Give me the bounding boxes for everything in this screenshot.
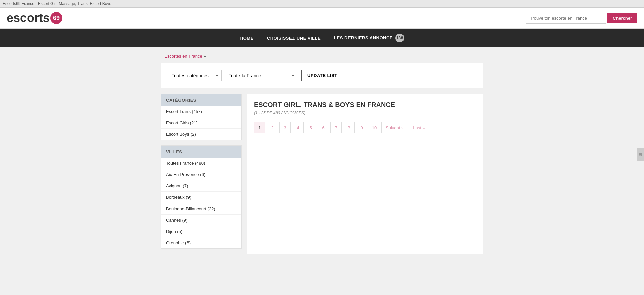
sidebar-ville-4[interactable]: Boulogne-Billancourt (22) [161, 203, 241, 215]
breadcrumb-separator: » [203, 54, 206, 59]
sidebar-cat-1[interactable]: Escort Girls (21) [161, 117, 241, 129]
page-btn-4[interactable]: 4 [292, 122, 304, 133]
sidebar-cat-0[interactable]: Escort Trans (457) [161, 106, 241, 117]
sidebar-ville-6[interactable]: Dijon (5) [161, 226, 241, 237]
page-subtitle: (1 - 25 DE 480 ANNONCES) [254, 111, 476, 115]
page-btn-8[interactable]: 8 [343, 122, 355, 133]
breadcrumb: Escortes en France » [161, 54, 483, 59]
pagination: 1 2 3 4 5 6 7 8 9 10 Suivant › Last » [254, 122, 476, 133]
categories-select[interactable]: Toutes catégoriesEscort TransEscort Girl… [168, 70, 222, 81]
page-title: ESCORT GIRL, TRANS & BOYS EN FRANCE [254, 101, 476, 109]
nav-annonces-label: LES DERNIERS ANNONCE [334, 35, 393, 40]
main-content: Escortes en France » Toutes catégoriesEs… [161, 47, 483, 261]
search-container: Chercher [526, 13, 637, 24]
svg-text:↓: ↓ [640, 153, 641, 156]
tab-title: Escorts69 France - Escort Girl, Massage,… [3, 1, 111, 6]
sidebar-ville-7[interactable]: Grenoble (6) [161, 237, 241, 248]
logo-text: escorts [7, 11, 50, 25]
nav-city[interactable]: CHOISISSEZ UNE VILLE [260, 31, 327, 45]
page-btn-7[interactable]: 7 [330, 122, 342, 133]
page-last-btn[interactable]: Last » [409, 122, 429, 133]
page-btn-9[interactable]: 9 [356, 122, 367, 133]
filter-bar: Toutes catégoriesEscort TransEscort Girl… [161, 63, 483, 88]
sidebar-ville-3[interactable]: Bordeaux (9) [161, 192, 241, 203]
categories-heading: CATÉGORIES [161, 94, 241, 106]
nav-bar: HOME CHOISISSEZ UNE VILLE LES DERNIERS A… [0, 29, 644, 47]
breadcrumb-link[interactable]: Escortes en France [164, 54, 202, 59]
categories-section: CATÉGORIES Escort Trans (457) Escort Gir… [161, 94, 241, 140]
page-btn-3[interactable]: 3 [279, 122, 291, 133]
sidebar-ville-5[interactable]: Cannes (9) [161, 215, 241, 226]
villes-section: VILLES Toutes France (480) Aix-En-Proven… [161, 145, 241, 249]
page-btn-6[interactable]: 6 [318, 122, 329, 133]
sidebar-ville-0[interactable]: Toutes France (480) [161, 158, 241, 169]
villes-heading: VILLES [161, 146, 241, 158]
scroll-icon: ↓ [639, 152, 643, 156]
scroll-indicator: ↓ [637, 148, 644, 161]
page-btn-1[interactable]: 1 [254, 122, 265, 133]
update-list-button[interactable]: UPDATE LIST [301, 70, 343, 81]
content-layout: CATÉGORIES Escort Trans (457) Escort Gir… [161, 94, 483, 254]
page-btn-5[interactable]: 5 [305, 122, 316, 133]
page-btn-2[interactable]: 2 [267, 122, 278, 133]
sidebar-ville-2[interactable]: Avignon (7) [161, 180, 241, 192]
nav-annonces[interactable]: LES DERNIERS ANNONCE 138 [327, 29, 411, 47]
search-button[interactable]: Chercher [607, 13, 637, 23]
logo[interactable]: escorts 69 [7, 11, 62, 25]
main-panel: ESCORT GIRL, TRANS & BOYS EN FRANCE (1 -… [247, 94, 483, 254]
site-header: escorts 69 Chercher [0, 8, 644, 29]
sidebar: CATÉGORIES Escort Trans (457) Escort Gir… [161, 94, 241, 254]
nav-home[interactable]: HOME [233, 31, 260, 45]
logo-badge: 69 [50, 12, 62, 24]
nav-annonces-badge: 138 [395, 34, 404, 42]
region-select[interactable]: Toute la FranceÎle-de-FranceProvence-Alp… [225, 70, 298, 81]
search-input[interactable] [526, 13, 606, 24]
page-next-btn[interactable]: Suivant › [381, 122, 407, 133]
sidebar-cat-2[interactable]: Escort Boys (2) [161, 129, 241, 140]
sidebar-ville-1[interactable]: Aix-En-Provence (6) [161, 169, 241, 180]
page-btn-10[interactable]: 10 [369, 122, 380, 133]
browser-tab: Escorts69 France - Escort Girl, Massage,… [0, 0, 644, 8]
